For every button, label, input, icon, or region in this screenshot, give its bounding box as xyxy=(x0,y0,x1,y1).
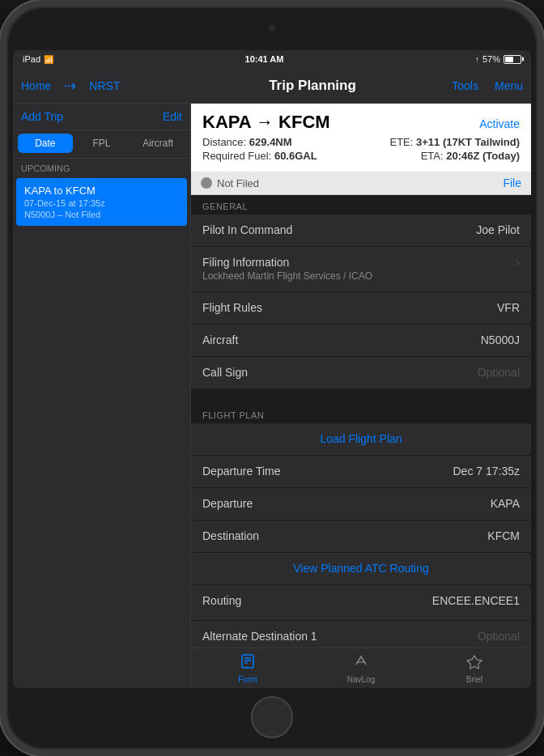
departure-time-row: Departure Time Dec 7 17:35z xyxy=(191,456,531,487)
ete-info: ETE: 3+11 (17KT Tailwind) xyxy=(389,136,520,148)
bottom-tab-bar: Form NavLog xyxy=(191,648,531,688)
trip-item-detail1: 07-Dec-15 at 17:35z xyxy=(24,198,179,208)
distance-info: Distance: 629.4NM xyxy=(202,136,292,148)
trip-item-detail2: N5000J – Not Filed xyxy=(24,210,179,219)
sidebar-actions: Add Trip Edit xyxy=(13,104,190,130)
flight-rules-value: VFR xyxy=(497,301,520,314)
scroll-content[interactable]: GENERAL Pilot In Command Joe Pilot Filin… xyxy=(191,195,531,648)
form-icon xyxy=(240,653,256,673)
section-flight-plan: FLIGHT PLAN xyxy=(191,404,531,423)
brief-tab-label: Brief xyxy=(466,675,483,684)
fuel-label: Required Fuel: xyxy=(202,150,271,162)
filing-label: Filing Information xyxy=(202,256,511,269)
trip-header: KAPA → KFCM Activate Distance: 629.4NM E… xyxy=(191,104,531,172)
status-time: 10:41 AM xyxy=(245,54,284,64)
svg-marker-4 xyxy=(467,656,482,669)
route-icon[interactable]: ⇢ xyxy=(59,68,81,104)
navlog-tab-label: NavLog xyxy=(347,675,375,684)
brief-icon xyxy=(466,653,482,673)
battery-percent: 57% xyxy=(482,54,500,64)
tab-aircraft[interactable]: Aircraft xyxy=(130,134,185,153)
pilot-value: Joe Pilot xyxy=(476,223,520,236)
screen: iPad 📶 10:41 AM ↑ 57% Home ⇢ NRST Trip P… xyxy=(13,50,531,688)
flight-rules-row: Flight Rules VFR xyxy=(191,292,531,324)
main-area: Add Trip Edit Date FPL Aircraft Upcoming… xyxy=(13,104,531,688)
departure-row: Departure KAPA xyxy=(191,488,531,520)
fuel-value: 60.6GAL xyxy=(274,150,317,162)
tab-form[interactable]: Form xyxy=(191,648,304,688)
nav-bar: Home ⇢ NRST Trip Planning Tools Menu xyxy=(13,68,531,104)
detail-panel: KAPA → KFCM Activate Distance: 629.4NM E… xyxy=(191,104,531,688)
departure-time-label: Departure Time xyxy=(202,465,280,478)
load-flight-plan-row[interactable]: Load Flight Plan xyxy=(191,423,531,455)
alt-dest-value: Optional xyxy=(478,630,520,643)
navlog-icon xyxy=(353,653,369,673)
load-flight-plan-link[interactable]: Load Flight Plan xyxy=(320,432,402,445)
arrow-icon: ↑ xyxy=(475,55,479,64)
ete-label: ETE: xyxy=(389,136,413,148)
filing-row[interactable]: Filing Information Lockheed Martin Fligh… xyxy=(191,247,531,291)
eta-label: ETA: xyxy=(421,150,444,162)
destination-label: Destination xyxy=(202,529,259,542)
flight-rules-label: Flight Rules xyxy=(202,301,262,314)
sidebar: Add Trip Edit Date FPL Aircraft Upcoming… xyxy=(13,104,191,688)
departure-value: KAPA xyxy=(491,497,520,510)
callsign-value: Optional xyxy=(478,366,520,379)
tools-nav-button[interactable]: Tools xyxy=(444,68,487,104)
chevron-right-icon: › xyxy=(516,256,520,269)
battery-icon xyxy=(504,55,521,64)
aircraft-value: N5000J xyxy=(481,333,520,346)
sidebar-section-upcoming: Upcoming xyxy=(13,159,190,176)
section-gap-1 xyxy=(191,389,531,404)
routing-label: Routing xyxy=(202,594,241,607)
aircraft-row: Aircraft N5000J xyxy=(191,325,531,356)
camera-dot xyxy=(269,24,275,31)
tab-brief[interactable]: Brief xyxy=(418,648,531,688)
add-trip-button[interactable]: Add Trip xyxy=(21,110,63,123)
tab-fpl[interactable]: FPL xyxy=(74,134,130,153)
pilot-row: Pilot In Command Joe Pilot xyxy=(191,214,531,246)
home-nav-button[interactable]: Home xyxy=(13,68,59,104)
nrst-nav-button[interactable]: NRST xyxy=(81,68,128,104)
aircraft-label: Aircraft xyxy=(202,333,238,346)
callsign-label: Call Sign xyxy=(202,366,248,379)
not-filed-dot xyxy=(201,177,212,189)
not-filed-label: Not Filed xyxy=(217,177,259,189)
routing-row: Routing ENCEE.ENCEE1 xyxy=(191,585,531,620)
distance-value: 629.4NM xyxy=(249,136,292,148)
edit-button[interactable]: Edit xyxy=(163,110,182,123)
departure-time-value: Dec 7 17:35z xyxy=(453,465,521,478)
alt-dest-row: Alternate Destination 1 Optional xyxy=(191,621,531,648)
ete-value: 3+11 (17KT Tailwind) xyxy=(416,136,520,148)
departure-label: Departure xyxy=(202,497,253,510)
tab-navlog[interactable]: NavLog xyxy=(304,648,418,688)
filed-bar: Not Filed File xyxy=(191,172,531,195)
filed-status: Not Filed xyxy=(201,177,259,189)
section-general: GENERAL xyxy=(191,195,531,214)
view-atc-routing-link[interactable]: View Planned ATC Routing xyxy=(293,562,429,575)
svg-rect-0 xyxy=(242,655,253,668)
callsign-row: Call Sign Optional xyxy=(191,357,531,389)
tab-date[interactable]: Date xyxy=(18,134,73,153)
activate-button[interactable]: Activate xyxy=(479,117,520,130)
pilot-label: Pilot In Command xyxy=(202,223,292,236)
device-name: iPad xyxy=(23,54,40,64)
trip-list-item[interactable]: KAPA to KFCM 07-Dec-15 at 17:35z N5000J … xyxy=(16,178,187,226)
distance-label: Distance: xyxy=(202,136,246,148)
trip-route-title: KAPA → KFCM xyxy=(202,112,330,133)
wifi-icon: 📶 xyxy=(44,55,53,64)
device-frame: iPad 📶 10:41 AM ↑ 57% Home ⇢ NRST Trip P… xyxy=(0,0,544,756)
home-button[interactable] xyxy=(251,696,293,738)
menu-nav-button[interactable]: Menu xyxy=(487,68,531,104)
file-button[interactable]: File xyxy=(503,176,521,189)
nav-title: Trip Planning xyxy=(191,78,434,94)
sidebar-tab-group: Date FPL Aircraft xyxy=(13,130,190,159)
destination-value: KFCM xyxy=(487,529,520,542)
eta-info: ETA: 20:46Z (Today) xyxy=(421,150,520,162)
view-atc-routing-row[interactable]: View Planned ATC Routing xyxy=(191,553,531,584)
fuel-info: Required Fuel: 60.6GAL xyxy=(202,150,317,162)
trip-item-title: KAPA to KFCM xyxy=(24,185,179,197)
eta-value: 20:46Z (Today) xyxy=(446,150,520,162)
alt-dest-label: Alternate Destination 1 xyxy=(202,630,317,643)
filing-sublabel: Lockheed Martin Flight Services / ICAO xyxy=(202,270,511,282)
